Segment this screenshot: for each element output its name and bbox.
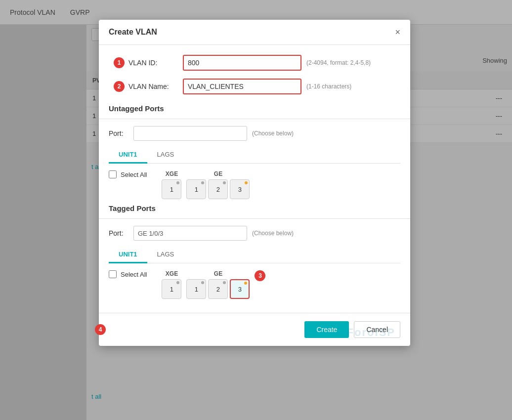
xge-ports-untagged: 1 (162, 179, 181, 199)
ge-port-2-dot-untagged (223, 181, 226, 184)
ge-group-tagged: GE 1 2 3 (186, 270, 250, 299)
ge-port-3-dot-untagged (245, 181, 248, 184)
xge-port-1-untagged[interactable]: 1 (162, 179, 181, 199)
tagged-tabs: UNIT1 LAGS (109, 247, 400, 263)
ge-port-2-tagged[interactable]: 2 (208, 279, 228, 299)
ge-ports-tagged: 1 2 3 (186, 279, 250, 299)
xge-ports-tagged: 1 (162, 279, 181, 299)
vlan-name-input[interactable] (183, 79, 301, 94)
ge-port-3-tagged[interactable]: 3 (230, 279, 250, 299)
dialog-header: Create VLAN × (99, 20, 410, 45)
tagged-port-label: Port: (109, 229, 133, 237)
badge-4: 4 (95, 324, 106, 335)
untagged-divider (99, 119, 410, 119)
xge-port-1-dot-tagged (176, 281, 179, 284)
badge-1: 1 (114, 57, 125, 68)
untagged-select-all-label: Select All (121, 171, 147, 178)
tagged-port-grid: Select All XGE 1 GE (109, 270, 400, 299)
tagged-select-all-label: Select All (121, 271, 147, 278)
tab-unit1-tagged[interactable]: UNIT1 (109, 247, 147, 263)
untagged-ports-title: Untagged Ports (109, 104, 400, 113)
vlan-name-label: VLAN Name: (128, 83, 183, 90)
ge-port-2-untagged[interactable]: 2 (208, 179, 228, 199)
dialog-body: 1 VLAN ID: (2-4094, format: 2,4-5,8) 2 V… (99, 45, 410, 313)
close-button[interactable]: × (395, 28, 400, 37)
vlan-id-label: VLAN ID: (128, 59, 183, 67)
tab-lags-untagged[interactable]: LAGS (147, 147, 184, 164)
untagged-select-all-row: Select All (109, 170, 147, 178)
xge-group-tagged: XGE 1 (162, 270, 181, 299)
untagged-port-input[interactable] (133, 126, 247, 141)
vlan-name-hint: (1-16 characters) (306, 83, 351, 90)
untagged-select-all-checkbox[interactable] (109, 170, 117, 178)
tagged-port-input[interactable] (133, 226, 247, 241)
vlan-name-row: 2 VLAN Name: (1-16 characters) (128, 79, 400, 94)
tagged-port-row: Port: (Choose below) (109, 226, 400, 241)
xge-port-1-tagged[interactable]: 1 (162, 279, 181, 299)
ge-port-1-tagged[interactable]: 1 (186, 279, 206, 299)
badge-3: 3 (255, 270, 265, 281)
tab-unit1-untagged[interactable]: UNIT1 (109, 147, 147, 164)
untagged-port-grid: Select All XGE 1 GE (109, 170, 400, 199)
untagged-tabs: UNIT1 LAGS (109, 147, 400, 164)
badge-2: 2 (114, 81, 125, 92)
ge-port-2-dot-tagged (223, 281, 226, 284)
ge-port-1-dot-tagged (201, 281, 204, 284)
tagged-select-all-row: Select All (109, 270, 147, 278)
ge-port-1-dot-untagged (201, 181, 204, 184)
ge-label-untagged: GE (214, 170, 222, 177)
watermark: ForoISP (347, 326, 395, 339)
ge-group-untagged: GE 1 2 3 (186, 170, 250, 199)
vlan-id-input[interactable] (183, 55, 301, 71)
ge-port-1-untagged[interactable]: 1 (186, 179, 206, 199)
ge-label-tagged: GE (214, 270, 222, 277)
untagged-port-label: Port: (109, 129, 133, 137)
tagged-divider (99, 218, 410, 219)
xge-label-untagged: XGE (166, 170, 178, 177)
tagged-port-hint: (Choose below) (252, 230, 294, 237)
untagged-port-hint: (Choose below) (252, 130, 294, 137)
xge-port-1-dot-untagged (176, 181, 179, 184)
untagged-port-row: Port: (Choose below) (109, 126, 400, 141)
tagged-select-all-checkbox[interactable] (109, 270, 117, 278)
tagged-ports-title: Tagged Ports (109, 204, 400, 212)
xge-group-untagged: XGE 1 (162, 170, 181, 199)
create-vlan-dialog: Create VLAN × 1 VLAN ID: (2-4094, format… (99, 20, 410, 346)
ge-port-3-untagged[interactable]: 3 (230, 179, 250, 199)
modal-overlay: Create VLAN × 1 VLAN ID: (2-4094, format… (0, 0, 512, 420)
dialog-title: Create VLAN (109, 28, 157, 37)
ge-port-3-dot-tagged (244, 282, 247, 285)
create-button[interactable]: Create (304, 321, 349, 338)
xge-label-tagged: XGE (166, 270, 178, 277)
vlan-id-hint: (2-4094, format: 2,4-5,8) (306, 59, 371, 66)
vlan-id-row: 1 VLAN ID: (2-4094, format: 2,4-5,8) (128, 55, 400, 71)
ge-ports-untagged: 1 2 3 (186, 179, 250, 199)
tab-lags-tagged[interactable]: LAGS (147, 247, 184, 263)
